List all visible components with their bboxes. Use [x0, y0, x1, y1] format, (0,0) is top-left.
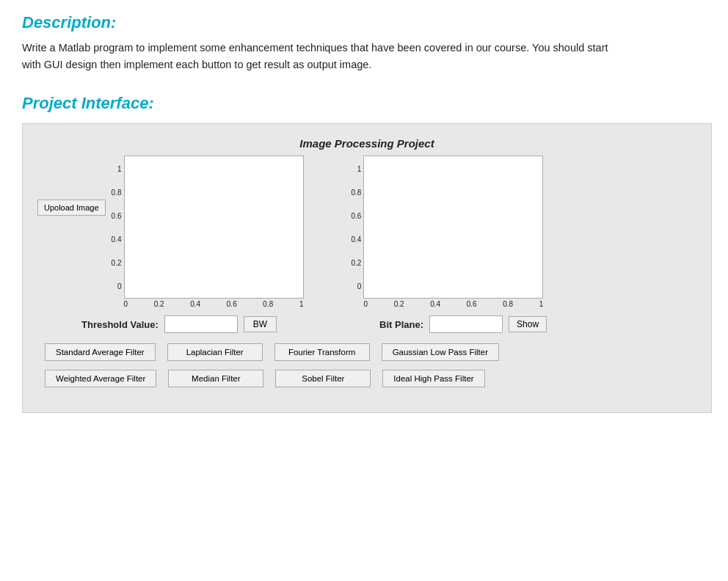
filter-buttons-row2: Weighted Average Filter Median Filter So… — [37, 370, 696, 387]
threshold-label: Threshold Value: — [81, 319, 159, 330]
chart1 — [124, 156, 304, 299]
median-filter-button[interactable]: Median Filter — [168, 370, 263, 387]
chart1-x4: 0.6 — [227, 300, 237, 308]
chart2-x1: 0 — [363, 300, 368, 308]
chart2 — [363, 156, 543, 299]
chart2-y2: 0.2 — [352, 259, 362, 267]
sobel-filter-button[interactable]: Sobel Filter — [275, 370, 371, 387]
bit-plane-label: Bit Plane: — [379, 319, 423, 330]
description-text: Write a Matlab program to implement some… — [22, 40, 624, 73]
chart1-y4: 0.6 — [112, 212, 122, 220]
upload-image-button[interactable]: Upoload Image — [37, 200, 106, 216]
chart1-y6: 1 — [117, 165, 122, 173]
chart1-x5: 0.8 — [263, 300, 273, 308]
chart2-x5: 0.8 — [503, 300, 513, 308]
chart1-y1: 0 — [117, 282, 122, 290]
standard-average-filter-button[interactable]: Standard Average Filter — [45, 343, 156, 361]
chart2-x6: 1 — [539, 300, 544, 308]
chart1-y2: 0.2 — [112, 259, 122, 267]
chart1-y5: 0.8 — [112, 189, 122, 197]
chart2-y4: 0.6 — [352, 212, 362, 220]
matlab-title: Image Processing Project — [37, 137, 696, 150]
chart1-y3: 0.4 — [112, 235, 122, 244]
upload-btn-area: Upoload Image — [37, 200, 106, 216]
show-button[interactable]: Show — [509, 316, 547, 332]
chart1-x3: 0.4 — [190, 300, 200, 308]
chart2-y3: 0.4 — [352, 235, 362, 244]
filter-buttons-row1: Standard Average Filter Laplacian Filter… — [37, 343, 696, 361]
bit-plane-group: Bit Plane: Show — [379, 315, 547, 333]
project-heading: Project Interface: — [22, 94, 706, 113]
chart2-x3: 0.4 — [430, 300, 440, 308]
chart1-x2: 0.2 — [154, 300, 164, 308]
project-interface-section: Project Interface: Image Processing Proj… — [22, 94, 706, 413]
bw-button[interactable]: BW — [244, 316, 277, 332]
chart2-y1: 0 — [357, 282, 362, 290]
chart1-x1: 0 — [124, 300, 128, 308]
controls-row: Threshold Value: BW Bit Plane: Show — [37, 315, 696, 333]
laplacian-filter-button[interactable]: Laplacian Filter — [167, 343, 263, 361]
weighted-average-filter-button[interactable]: Weighted Average Filter — [45, 370, 156, 387]
project-interface-box: Image Processing Project Upoload Image 1… — [22, 123, 712, 413]
fourier-transform-button[interactable]: Fourier Transform — [274, 343, 370, 361]
threshold-input[interactable] — [164, 315, 238, 333]
description-section: Description: Write a Matlab program to i… — [22, 13, 706, 73]
charts-row: Upoload Image 1 0.8 0.6 0.4 0.2 0 — [37, 156, 696, 308]
threshold-group: Threshold Value: BW — [81, 315, 277, 333]
chart2-y6: 1 — [357, 165, 362, 173]
chart1-x6: 1 — [299, 300, 304, 308]
description-heading: Description: — [22, 13, 706, 32]
ideal-high-pass-filter-button[interactable]: Ideal High Pass Filter — [382, 370, 484, 387]
bit-plane-input[interactable] — [429, 315, 503, 333]
chart2-x4: 0.6 — [467, 300, 477, 308]
chart2-x2: 0.2 — [394, 300, 404, 308]
chart2-y5: 0.8 — [352, 189, 362, 197]
gaussian-low-pass-filter-button[interactable]: Gaussian Low Pass Filter — [382, 343, 499, 361]
